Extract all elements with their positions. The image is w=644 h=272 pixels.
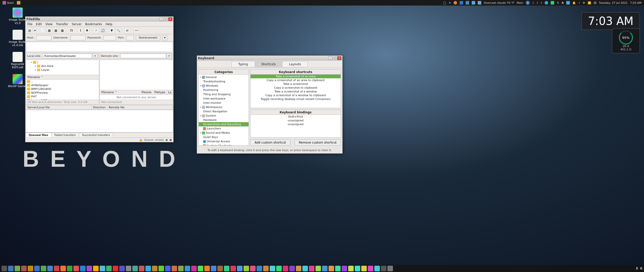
- menu-server[interactable]: Server: [72, 22, 82, 26]
- toolbar-button[interactable]: ↕: [78, 28, 83, 33]
- dock-app-icon[interactable]: [139, 266, 144, 271]
- workspace-1[interactable]: 1: [526, 1, 530, 5]
- compare-button[interactable]: ⇄: [125, 28, 130, 33]
- search-button[interactable]: 🔍: [115, 28, 121, 33]
- dock-app-icon[interactable]: [126, 266, 131, 271]
- cat-general[interactable]: ▾General: [199, 75, 249, 79]
- cat-troubleshooting[interactable]: Troubleshooting: [199, 79, 249, 84]
- monitor-icon[interactable]: [478, 1, 481, 5]
- desktop-icon[interactable]: WinXP Games: [8, 74, 28, 88]
- filezilla-titlebar[interactable]: FileZilla _ □ ✕: [25, 17, 173, 22]
- network-icon[interactable]: 📶: [588, 1, 591, 5]
- font-icon[interactable]: A: [561, 1, 564, 5]
- cancel-button[interactable]: ✖: [84, 28, 90, 33]
- dock-app-icon[interactable]: [100, 266, 105, 271]
- dock-app-icon[interactable]: [204, 266, 210, 271]
- port-input[interactable]: [126, 35, 134, 40]
- quickconnect-button[interactable]: Quickconnect: [136, 35, 160, 40]
- tab-queued[interactable]: Queued files: [25, 133, 52, 138]
- panel-tray-icon[interactable]: [17, 1, 20, 5]
- shortcut-row[interactable]: Take a screenshot of a window: [251, 90, 341, 93]
- dock-app-icon[interactable]: [263, 266, 269, 271]
- tab-shortcuts[interactable]: Shortcuts: [255, 61, 283, 67]
- local-list-header[interactable]: Filename ⌃: [26, 75, 99, 80]
- dock-app-icon[interactable]: [289, 266, 295, 271]
- cat-quiet[interactable]: Quiet Keys: [199, 135, 249, 139]
- dock-app-icon[interactable]: [368, 266, 373, 271]
- dock-app-icon[interactable]: [145, 266, 151, 271]
- cat-windows[interactable]: ▾Windows: [199, 84, 249, 88]
- local-site-input[interactable]: [43, 54, 92, 58]
- dock-app-icon[interactable]: [60, 266, 66, 271]
- menu-help[interactable]: Help: [106, 22, 112, 26]
- dock-app-icon[interactable]: [28, 266, 33, 271]
- weather-label[interactable]: Overcast clouds 70 °F: [484, 1, 514, 5]
- circle-icon[interactable]: ◯: [443, 1, 446, 5]
- local-site-dropdown[interactable]: ▾: [93, 54, 98, 58]
- sitemanager-button[interactable]: ▤: [27, 28, 32, 33]
- files-icon[interactable]: [460, 1, 463, 5]
- toolbar-button[interactable]: 📄: [40, 28, 46, 33]
- dock-app-icon[interactable]: [361, 266, 367, 271]
- dock-app-icon[interactable]: [237, 266, 243, 271]
- shortcut-row[interactable]: Copy a screenshot of an area to clipboar…: [251, 78, 341, 82]
- menu-file[interactable]: File: [27, 22, 32, 26]
- dock-app-icon[interactable]: [185, 266, 190, 271]
- dock-app-icon[interactable]: [270, 266, 275, 271]
- desktop-icon[interactable]: Image Styler v1.0: [8, 8, 28, 25]
- dock-app-icon[interactable]: [132, 266, 138, 271]
- shortcut-row[interactable]: Copy a screenshot to clipboard: [251, 86, 341, 90]
- toolbar-button[interactable]: ▦: [47, 28, 52, 33]
- panel-date[interactable]: Tuesday, 27 Jul 2021: [599, 1, 628, 5]
- disconnect-button[interactable]: ⚡: [93, 28, 99, 33]
- filter-button[interactable]: ▼: [109, 28, 114, 33]
- dock-app-icon[interactable]: [8, 266, 14, 271]
- dock-app-icon[interactable]: [322, 266, 328, 271]
- minimize-button[interactable]: _: [159, 17, 163, 21]
- cat-positioning[interactable]: Positioning: [199, 88, 249, 92]
- tab-success[interactable]: Successful transfers: [79, 133, 113, 138]
- sitemanager-dropdown[interactable]: ▾: [33, 28, 36, 33]
- dock-app-icon[interactable]: [315, 266, 321, 271]
- dock-app-icon[interactable]: [2, 266, 7, 271]
- workspace-4[interactable]: 4: [541, 2, 542, 4]
- dock-app-icon[interactable]: [67, 266, 72, 271]
- shortcuts-list[interactable]: Take a screenshot of an area Copy a scre…: [251, 75, 341, 101]
- dock-app-icon[interactable]: [73, 266, 79, 271]
- remote-file-list[interactable]: Not connected to any server: [100, 95, 173, 100]
- reconnect-button[interactable]: 🔄: [100, 28, 105, 33]
- dock-app-icon[interactable]: [54, 266, 59, 271]
- dock-app-icon[interactable]: [93, 266, 99, 271]
- cat-universal[interactable]: Universal Access: [199, 139, 249, 144]
- close-x-icon[interactable]: ✕: [449, 1, 451, 5]
- dock-app-icon[interactable]: [198, 266, 203, 271]
- dock-app-icon[interactable]: [230, 266, 236, 271]
- cat-hardware[interactable]: Hardware: [199, 118, 249, 122]
- dock-app-icon[interactable]: [387, 266, 393, 271]
- power-icon[interactable]: ⏻: [594, 1, 596, 5]
- cat-directnav[interactable]: Direct Navigation: [199, 109, 249, 114]
- transfer-header[interactable]: Server/Local file Direction Remote file: [26, 105, 173, 110]
- close-button[interactable]: ✕: [168, 17, 172, 21]
- username-input[interactable]: [70, 35, 86, 40]
- app-icon[interactable]: [466, 1, 469, 5]
- dock-app-icon[interactable]: [335, 266, 341, 271]
- tab-failed[interactable]: Failed transfers: [51, 133, 79, 138]
- dropbox-icon[interactable]: ⇅: [557, 1, 559, 5]
- cat-sound[interactable]: ▾Sound and Media: [199, 131, 249, 135]
- remote-site-input[interactable]: [120, 54, 166, 58]
- bluetooth-icon[interactable]: ᚼ: [578, 1, 580, 5]
- dock-app-icon[interactable]: [224, 266, 229, 271]
- local-file-list[interactable]: .. AllWallpaper BMP1280x800 NOFPreview P…: [26, 80, 99, 100]
- dock-app-icon[interactable]: [106, 266, 112, 271]
- telegram-icon[interactable]: [545, 1, 548, 5]
- shield-icon[interactable]: [551, 1, 554, 5]
- local-tree[interactable]: ▾ / ▸ Ant-Dark ▸ Layan: [26, 60, 99, 75]
- dock-app-icon[interactable]: [217, 266, 223, 271]
- menu-edit[interactable]: Edit: [36, 22, 42, 26]
- cat-system[interactable]: ▾System: [199, 114, 249, 118]
- shortcut-row[interactable]: Take a screenshot: [251, 82, 341, 86]
- maximize-button[interactable]: □: [333, 56, 337, 60]
- refresh-button[interactable]: 🗘: [69, 28, 74, 33]
- dock-app-icon[interactable]: [302, 266, 308, 271]
